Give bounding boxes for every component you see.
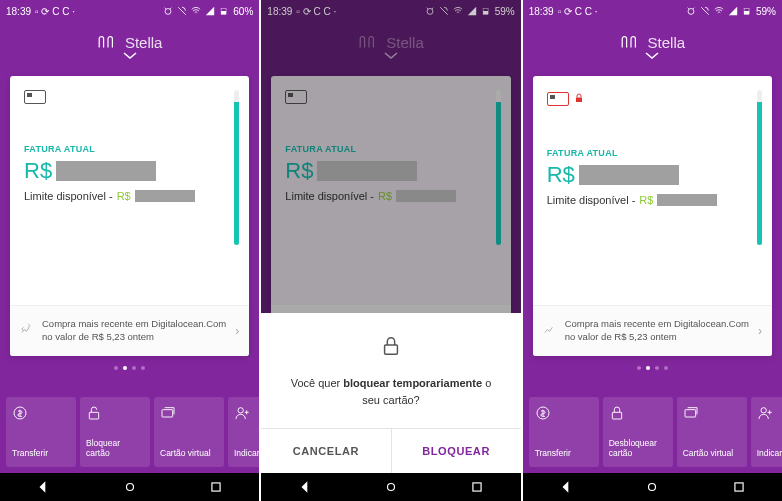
action-transfer[interactable]: Transferir	[529, 397, 599, 467]
page-dots	[10, 366, 249, 370]
nubank-logo-icon	[97, 35, 119, 49]
battery-percent: 59%	[756, 6, 776, 17]
svg-rect-24	[735, 483, 743, 491]
action-refer-friend[interactable]: Indicar amigo	[751, 397, 782, 467]
svg-point-23	[649, 484, 656, 491]
nav-home-icon[interactable]	[645, 480, 659, 494]
action-unblock-card[interactable]: Desbloquear cartão	[603, 397, 673, 467]
screen-after-lock: 18:39 ▫ ⟳ C C · 59% Stella	[523, 0, 782, 501]
app-header[interactable]: Stella	[523, 22, 782, 62]
screen-before-lock: 18:39 ▫ ⟳ C C · 60% Stella FATURA ATUAL	[0, 0, 259, 501]
nav-recent-icon[interactable]	[470, 480, 484, 494]
unlock-icon	[86, 405, 102, 421]
dialog-question: Você quer bloquear temporariamente o seu…	[261, 361, 520, 428]
nav-back-icon[interactable]	[298, 480, 312, 494]
nav-back-icon[interactable]	[36, 480, 50, 494]
battery-icon	[219, 6, 229, 16]
action-label: Bloquear cartão	[86, 439, 144, 459]
vibrate-icon	[700, 6, 710, 16]
latest-transaction[interactable]: Compra mais recente em Digitalocean.Com …	[533, 305, 772, 356]
svg-point-13	[387, 484, 394, 491]
action-label: Desbloquear cartão	[609, 439, 667, 459]
svg-rect-8	[212, 483, 220, 491]
android-nav-bar[interactable]	[261, 473, 520, 501]
card-icon	[547, 92, 569, 106]
card-stack-icon	[160, 405, 176, 421]
svg-rect-21	[685, 410, 696, 417]
action-block-card[interactable]: Bloquear cartão	[80, 397, 150, 467]
dollar-circle-icon	[535, 405, 551, 421]
status-time: 18:39	[6, 6, 31, 17]
svg-point-7	[126, 484, 133, 491]
nav-home-icon[interactable]	[123, 480, 137, 494]
status-bar: 18:39 ▫ ⟳ C C · 60%	[0, 0, 259, 22]
nav-recent-icon[interactable]	[209, 480, 223, 494]
transaction-text: Compra mais recente em Digitalocean.Com …	[565, 318, 750, 344]
android-nav-bar[interactable]	[0, 473, 259, 501]
svg-point-0	[165, 9, 171, 15]
svg-rect-17	[744, 11, 749, 14]
app-header[interactable]: Stella	[0, 22, 259, 62]
signal-icon	[728, 6, 738, 16]
redacted-limit	[135, 190, 195, 202]
nav-home-icon[interactable]	[384, 480, 398, 494]
svg-point-22	[761, 408, 766, 413]
action-refer-friend[interactable]: Indicar amigo	[228, 397, 259, 467]
card-stack-icon	[683, 405, 699, 421]
wifi-icon	[714, 6, 724, 16]
action-label: Cartão virtual	[160, 449, 218, 459]
chevron-right-icon: ›	[235, 323, 239, 339]
limit-currency: R$	[639, 194, 653, 206]
currency-prefix: R$	[24, 158, 52, 184]
redacted-amount	[56, 161, 156, 181]
action-label: Transferir	[535, 449, 593, 459]
invoice-label: FATURA ATUAL	[24, 144, 235, 154]
currency-prefix: R$	[547, 162, 575, 188]
svg-rect-4	[89, 412, 98, 419]
status-app-icons: ▫ ⟳ C C ·	[35, 6, 75, 17]
alarm-icon	[686, 6, 696, 16]
latest-transaction[interactable]: Compra mais recente em Digitalocean.Com …	[10, 305, 249, 356]
svg-rect-14	[473, 483, 481, 491]
transaction-text: Compra mais recente em Digitalocean.Com …	[42, 318, 227, 344]
quick-actions[interactable]: Transferir Desbloquear cartão Cartão vir…	[523, 397, 782, 467]
svg-point-6	[238, 408, 243, 413]
card-icon	[24, 90, 46, 104]
main-area: FATURA ATUAL R$ Limite disponível - R$ C…	[523, 62, 782, 397]
chevron-right-icon: ›	[758, 323, 762, 339]
transaction-icon	[20, 322, 34, 340]
redacted-limit	[657, 194, 717, 206]
main-area: FATURA ATUAL R$ Limite disponível - R$ C…	[0, 62, 259, 397]
limit-currency: R$	[117, 190, 131, 202]
battery-percent: 60%	[233, 6, 253, 17]
transaction-icon	[543, 322, 557, 340]
svg-rect-12	[385, 345, 398, 354]
quick-actions[interactable]: Transferir Bloquear cartão Cartão virtua…	[0, 397, 259, 467]
signal-icon	[205, 6, 215, 16]
confirm-block-button[interactable]: BLOQUEAR	[392, 429, 521, 473]
svg-point-15	[688, 9, 694, 15]
action-transfer[interactable]: Transferir	[6, 397, 76, 467]
user-plus-icon	[757, 405, 773, 421]
svg-rect-5	[162, 410, 173, 417]
nav-back-icon[interactable]	[559, 480, 573, 494]
block-card-dialog: Você quer bloquear temporariamente o seu…	[261, 313, 520, 473]
android-nav-bar[interactable]	[523, 473, 782, 501]
action-label: Indicar amigo	[234, 449, 259, 459]
credit-card-widget[interactable]: FATURA ATUAL R$ Limite disponível - R$ C…	[10, 76, 249, 356]
status-time: 18:39	[529, 6, 554, 17]
modal-overlay[interactable]: Você quer bloquear temporariamente o seu…	[261, 0, 520, 501]
cancel-button[interactable]: CANCELAR	[261, 429, 391, 473]
page-dots	[533, 366, 772, 370]
vibrate-icon	[177, 6, 187, 16]
alarm-icon	[163, 6, 173, 16]
action-virtual-card[interactable]: Cartão virtual	[677, 397, 747, 467]
status-bar: 18:39 ▫ ⟳ C C · 59%	[523, 0, 782, 22]
svg-rect-2	[221, 11, 226, 14]
redacted-amount	[579, 165, 679, 185]
credit-card-widget[interactable]: FATURA ATUAL R$ Limite disponível - R$ C…	[533, 76, 772, 356]
action-virtual-card[interactable]: Cartão virtual	[154, 397, 224, 467]
nav-recent-icon[interactable]	[732, 480, 746, 494]
action-label: Cartão virtual	[683, 449, 741, 459]
lock-icon	[380, 335, 402, 361]
